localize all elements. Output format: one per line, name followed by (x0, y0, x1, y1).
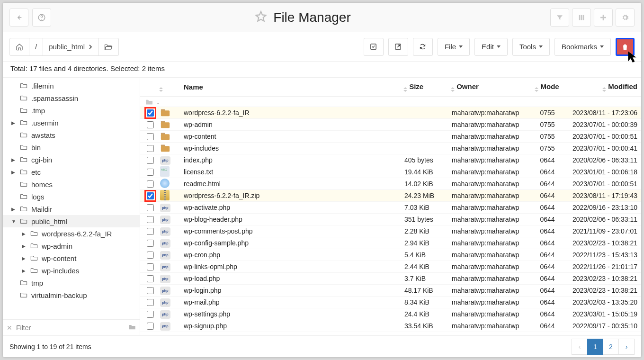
row-checkbox[interactable] (147, 228, 154, 235)
filter-icon-button[interactable] (550, 9, 569, 27)
php-file-icon: php (160, 322, 170, 331)
caret-down-icon (459, 45, 463, 48)
table-row[interactable]: phpwp-links-opml.php2.44 KiBmaharatwp:ma… (140, 261, 641, 273)
delete-button[interactable] (616, 38, 635, 56)
row-checkbox[interactable] (147, 145, 154, 152)
file-menu[interactable]: File (438, 38, 470, 56)
row-checkbox[interactable] (147, 263, 154, 270)
row-checkbox[interactable] (147, 311, 154, 318)
row-checkbox[interactable] (147, 157, 154, 164)
page-1[interactable]: 1 (587, 339, 603, 355)
row-checkbox[interactable] (147, 121, 154, 128)
row-checkbox[interactable] (147, 180, 154, 188)
row-checkbox[interactable] (147, 216, 154, 223)
bookmarks-menu[interactable]: Bookmarks (555, 38, 611, 56)
row-checkbox[interactable] (147, 299, 154, 306)
add-icon-button[interactable] (594, 9, 613, 27)
col-header-modified[interactable]: Modified (562, 82, 641, 92)
tree-item[interactable]: homes (3, 178, 140, 190)
table-row[interactable]: wp-adminmaharatwp:maharatwp07552023/07/0… (140, 119, 641, 131)
file-modified: 2023/02/03 - 13:35:20 (562, 298, 641, 306)
tree-item[interactable]: ▶Maildir (3, 203, 140, 215)
tree-item-label: wp-content (42, 254, 76, 262)
col-header-name[interactable]: Name (184, 83, 404, 91)
columns-icon-button[interactable] (572, 9, 591, 27)
file-mode: 0644 (533, 227, 562, 235)
row-checkbox[interactable] (147, 204, 154, 211)
tree-item[interactable]: ▶wp-content (3, 252, 140, 264)
table-row[interactable]: wordpress-6.2.2-fa_IR.zip24.23 MiBmahara… (140, 190, 641, 202)
page-2[interactable]: 2 (603, 339, 619, 355)
tree-item-label: wordpress-6.2.2-fa_IR (42, 230, 112, 238)
table-row[interactable]: wp-includesmaharatwp:maharatwp07552023/0… (140, 143, 641, 154)
help-button[interactable] (32, 9, 51, 27)
row-checkbox[interactable] (147, 192, 154, 199)
tree-item[interactable]: logs (3, 190, 140, 203)
tree-item[interactable]: .spamassassin (3, 92, 140, 104)
settings-icon-button[interactable] (616, 9, 635, 27)
table-row[interactable]: phpwp-load.php3.7 KiBmaharatwp:maharatwp… (140, 273, 641, 285)
row-checkbox[interactable] (147, 240, 154, 247)
folder-icon (30, 254, 38, 263)
table-row[interactable]: license.txt19.44 KiBmaharatwp:maharatwp0… (140, 166, 641, 178)
tree-item[interactable]: ▼public_html (3, 215, 140, 227)
table-row[interactable]: phpwp-activate.php7.03 KiBmaharatwp:maha… (140, 202, 641, 214)
star-icon[interactable] (254, 10, 268, 25)
tree-filter: ✕ (3, 319, 140, 335)
tree-item[interactable]: ▶wp-admin (3, 240, 140, 252)
row-checkbox[interactable] (147, 275, 154, 282)
tree-filter-input[interactable] (16, 324, 125, 332)
row-checkbox[interactable] (147, 323, 154, 330)
table-row[interactable]: readme.html14.02 KiBmaharatwp:maharatwp0… (140, 178, 641, 190)
breadcrumb-home[interactable] (10, 38, 29, 55)
col-header-mode[interactable]: Mode (533, 82, 562, 92)
tree-item[interactable]: tmp (3, 277, 140, 289)
col-header-owner[interactable]: Owner (452, 82, 533, 92)
table-row[interactable]: phpwp-mail.php8.34 KiBmaharatwp:maharatw… (140, 297, 641, 308)
tree-item[interactable]: ▶wp-includes (3, 264, 140, 277)
parent-dir-row[interactable]: .. (140, 97, 641, 107)
close-icon[interactable]: ✕ (7, 324, 12, 332)
tree-item[interactable]: ▶wordpress-6.2.2-fa_IR (3, 227, 140, 240)
folder-icon (160, 131, 170, 141)
edit-menu[interactable]: Edit (474, 38, 508, 56)
table-row[interactable]: wordpress-6.2.2-fa_IRmaharatwp:maharatwp… (140, 107, 641, 119)
tree-item[interactable]: awstats (3, 129, 140, 141)
tree-item[interactable]: ▶cgi-bin (3, 153, 140, 166)
table-row[interactable]: phpwp-config-sample.php2.94 KiBmaharatwp… (140, 237, 641, 249)
tree-item[interactable]: bin (3, 141, 140, 153)
table-row[interactable]: phpwp-settings.php24.4 KiBmaharatwp:maha… (140, 308, 641, 320)
table-row[interactable]: phpwp-login.php48.17 KiBmaharatwp:mahara… (140, 285, 641, 297)
row-checkbox[interactable] (147, 169, 154, 176)
page-next[interactable]: › (618, 339, 635, 355)
breadcrumb-segment[interactable]: public_html (43, 38, 98, 55)
tree-item[interactable]: ▶etc (3, 166, 140, 178)
row-checkbox[interactable] (147, 252, 154, 259)
open-folder-icon (104, 43, 113, 51)
tree-item[interactable]: .filemin (3, 80, 140, 92)
col-header-size[interactable]: Size (404, 82, 452, 92)
folder-icon[interactable] (128, 324, 136, 332)
table-row[interactable]: phpindex.php405 bytesmaharatwp:maharatwp… (140, 154, 641, 166)
table-row[interactable]: phpwp-blog-header.php351 bytesmaharatwp:… (140, 214, 641, 225)
row-checkbox[interactable] (147, 133, 154, 140)
page-prev[interactable]: ‹ (572, 339, 588, 355)
table-row[interactable]: wp-contentmaharatwp:maharatwp07552023/07… (140, 131, 641, 143)
php-file-icon: php (160, 251, 170, 260)
sort-indicator-icon[interactable] (159, 87, 163, 92)
row-checkbox[interactable] (147, 287, 154, 294)
breadcrumb-open-folder[interactable] (98, 38, 118, 55)
table-row[interactable]: phpwp-comments-post.php2.28 KiBmaharatwp… (140, 225, 641, 237)
select-all-button[interactable] (364, 38, 384, 56)
tools-menu[interactable]: Tools (512, 38, 550, 56)
back-button[interactable] (9, 9, 28, 27)
file-owner: maharatwp:maharatwp (452, 287, 533, 294)
tree-item[interactable]: .tmp (3, 104, 140, 117)
tree-item[interactable]: ▶.usermin (3, 117, 140, 129)
table-row[interactable]: phpwp-cron.php5.4 KiBmaharatwp:maharatwp… (140, 249, 641, 261)
refresh-button[interactable] (413, 38, 433, 56)
tree-item[interactable]: virtualmin-backup (3, 289, 140, 301)
table-row[interactable]: phpwp-signup.php33.54 KiBmaharatwp:mahar… (140, 320, 641, 332)
share-button[interactable] (388, 38, 408, 56)
row-checkbox[interactable] (147, 109, 154, 117)
